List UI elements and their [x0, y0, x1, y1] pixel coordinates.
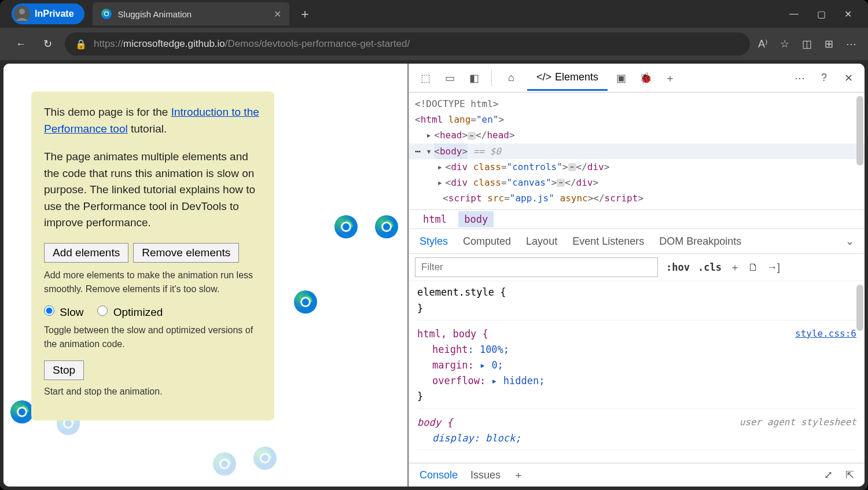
dock-icon[interactable]: ◧: [464, 68, 484, 89]
devtools-panel: ⬚ ▭ ◧ ⌂ </> Elements ▣ 🐞 ＋ ⋯ ? ✕ <!DOCTY…: [409, 64, 865, 487]
window-controls: — ▢ ✕: [789, 9, 868, 20]
edge-logo-sprite: [374, 214, 399, 242]
crumb-body[interactable]: body: [458, 211, 494, 227]
scrollbar[interactable]: [856, 96, 863, 165]
tab-event-listeners[interactable]: Event Listeners: [572, 235, 644, 248]
tab-title: Sluggish Animation: [118, 9, 268, 19]
favorite-icon[interactable]: ☆: [780, 38, 789, 50]
drawer-collapse-icon[interactable]: ⇱: [845, 469, 854, 481]
copy-styles-icon[interactable]: 🗋: [748, 261, 759, 274]
drawer-issues[interactable]: Issues: [470, 469, 501, 481]
radio-help-text: Toggle between the slow and optimized ve…: [44, 323, 262, 351]
add-elements-button[interactable]: Add elements: [44, 243, 128, 263]
drawer-expand-icon[interactable]: ⤢: [824, 469, 833, 481]
edge-icon: [101, 8, 112, 20]
split-screen-icon[interactable]: ◫: [802, 38, 812, 50]
add-tab-icon[interactable]: ＋: [660, 68, 681, 89]
profile-avatar-icon: [14, 6, 30, 22]
tab-styles[interactable]: Styles: [420, 235, 448, 248]
inprivate-badge[interactable]: InPrivate: [12, 3, 84, 24]
edge-logo-sprite: [333, 214, 359, 242]
styles-tabbar: Styles Computed Layout Event Listeners D…: [409, 229, 865, 254]
maximize-icon[interactable]: ▢: [817, 9, 826, 20]
tab-sources-icon[interactable]: 🐞: [635, 68, 656, 89]
demo-page: This demo page is for the Introduction t…: [3, 64, 409, 487]
new-style-rule-icon[interactable]: ＋: [730, 260, 740, 274]
hov-toggle[interactable]: :hov: [666, 261, 690, 273]
chevron-down-icon[interactable]: ⌄: [845, 235, 854, 248]
crumb-html[interactable]: html: [417, 211, 453, 227]
add-help-text: Add more elements to make the animation …: [44, 268, 262, 296]
read-aloud-icon[interactable]: A⁾: [758, 38, 767, 50]
back-button[interactable]: ←: [12, 35, 30, 53]
dom-tree[interactable]: <!DOCTYPE html> <html lang="en"> ▸<head>…: [409, 93, 865, 209]
styles-pane[interactable]: element.style { } style.css:6 html, body…: [409, 281, 865, 463]
url-text: https://microsoftedge.github.io/Demos/de…: [94, 38, 410, 50]
close-window-icon[interactable]: ✕: [844, 9, 852, 20]
drawer-add-icon[interactable]: ＋: [513, 468, 524, 482]
close-tab-icon[interactable]: ✕: [274, 9, 281, 20]
edge-logo-sprite: [293, 289, 318, 317]
edge-logo-sprite: [252, 445, 278, 473]
devtools-tabbar: ⬚ ▭ ◧ ⌂ </> Elements ▣ 🐞 ＋ ⋯ ? ✕: [409, 64, 865, 93]
collections-icon[interactable]: ⊞: [825, 38, 833, 50]
browser-tab[interactable]: Sluggish Animation ✕: [93, 2, 289, 25]
drawer-console[interactable]: Console: [420, 469, 458, 481]
scrollbar[interactable]: [856, 285, 863, 331]
menu-icon[interactable]: ⋯: [846, 38, 856, 50]
device-toggle-icon[interactable]: ▭: [439, 68, 460, 89]
close-devtools-icon[interactable]: ✕: [838, 68, 859, 89]
svg-point-3: [19, 9, 25, 14]
devtools-drawer: Console Issues ＋ ⤢ ⇱: [409, 463, 865, 487]
remove-elements-button[interactable]: Remove elements: [133, 243, 239, 263]
cls-toggle[interactable]: .cls: [698, 261, 722, 273]
lock-icon: 🔒: [75, 39, 87, 50]
url-box[interactable]: 🔒 https://microsoftedge.github.io/Demos/…: [65, 32, 750, 56]
stop-help-text: Start and stop the animation.: [44, 385, 262, 399]
radio-optimized[interactable]: Optimized: [97, 305, 163, 319]
inspect-icon[interactable]: ⬚: [415, 68, 436, 89]
description-text: The page animates multiple elements and …: [44, 149, 262, 231]
intro-text: This demo page is for the Introduction t…: [44, 104, 262, 137]
computed-styles-icon[interactable]: →]: [767, 261, 780, 274]
breadcrumb[interactable]: html body: [409, 209, 865, 229]
tab-dom-breakpoints[interactable]: DOM Breakpoints: [659, 235, 741, 248]
new-tab-button[interactable]: ＋: [299, 5, 311, 23]
tab-layout[interactable]: Layout: [526, 235, 557, 248]
tab-welcome[interactable]: ⌂: [499, 66, 524, 90]
refresh-button[interactable]: ↻: [38, 35, 57, 53]
radio-slow[interactable]: Slow: [44, 305, 83, 319]
stylesheet-link[interactable]: style.css:6: [795, 326, 856, 341]
stop-button[interactable]: Stop: [44, 360, 84, 380]
tab-performance-icon[interactable]: ▣: [611, 68, 632, 89]
tab-computed[interactable]: Computed: [463, 235, 511, 248]
help-icon[interactable]: ?: [814, 68, 834, 89]
title-bar: InPrivate Sluggish Animation ✕ ＋ — ▢ ✕: [0, 0, 868, 28]
minimize-icon[interactable]: —: [789, 9, 799, 20]
more-tools-icon[interactable]: ⋯: [789, 68, 810, 89]
edge-logo-sprite: [212, 451, 237, 479]
controls-panel: This demo page is for the Introduction t…: [31, 91, 274, 421]
styles-filter-row: :hov .cls ＋ 🗋 →]: [409, 254, 865, 281]
tab-elements[interactable]: </> Elements: [527, 65, 608, 91]
styles-filter-input[interactable]: [415, 257, 658, 277]
address-bar: ← ↻ 🔒 https://microsoftedge.github.io/De…: [0, 28, 868, 60]
